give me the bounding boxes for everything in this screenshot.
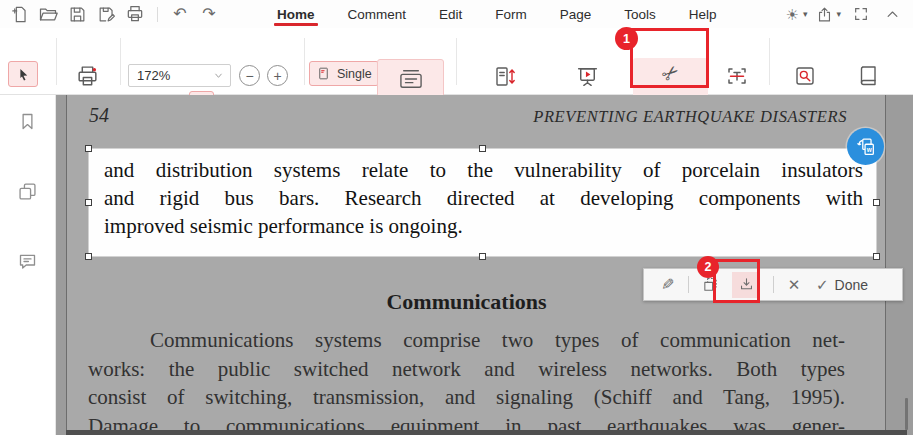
menu-tabs: Home Comment Edit Form Page Tools Help [274, 0, 720, 28]
save-icon[interactable] [66, 3, 88, 25]
slide-show-icon [575, 64, 600, 89]
tab-home[interactable]: Home [274, 0, 318, 28]
zoom-out-button[interactable]: − [239, 65, 260, 86]
zoom-in-button[interactable]: + [267, 65, 288, 86]
divider [769, 38, 770, 85]
save-as-icon[interactable] [95, 3, 117, 25]
new-file-icon[interactable] [8, 3, 30, 25]
page-bottom-edge [66, 430, 907, 435]
menubar-right-controls: ☀ ▾ ▾ [785, 0, 903, 28]
tab-edit[interactable]: Edit [436, 0, 465, 28]
open-file-icon[interactable] [37, 3, 59, 25]
continuous-icon [396, 68, 426, 90]
redo-icon[interactable]: ↷ [198, 3, 220, 25]
selection-handle-bottom-middle[interactable] [479, 253, 486, 260]
selection-handle-bottom-left[interactable] [85, 253, 92, 260]
pages-panel-icon[interactable] [17, 181, 38, 202]
divider [688, 276, 689, 293]
convert-document-icon: w [855, 136, 877, 158]
tab-help[interactable]: Help [686, 0, 720, 28]
screenshot-selection-area[interactable]: and distribution systems relate to the v… [88, 148, 877, 257]
selected-text: and distribution systems relate to the v… [104, 156, 863, 240]
fullscreen-icon[interactable] [850, 3, 872, 25]
selection-handle-middle-right[interactable] [873, 199, 880, 206]
tab-page[interactable]: Page [557, 0, 595, 28]
divider [157, 7, 158, 22]
bookmarks-panel-icon[interactable] [17, 111, 38, 132]
done-label: Done [835, 277, 868, 293]
page-number: 54 [89, 104, 109, 127]
caret-down-icon: ▾ [803, 10, 808, 19]
single-page-view-button[interactable]: Single [309, 61, 379, 86]
pdf-reader-window: ↶ ↷ Home Comment Edit Form Page Tools He… [0, 0, 913, 435]
tab-tools[interactable]: Tools [621, 0, 659, 28]
zoom-level-select[interactable]: 172% [128, 64, 231, 87]
tab-form[interactable]: Form [492, 0, 530, 28]
divider [773, 276, 774, 293]
chevron-down-icon [213, 70, 230, 81]
check-icon: ✓ [816, 276, 829, 294]
tab-comment[interactable]: Comment [345, 0, 410, 28]
done-button[interactable]: ✓ Done [816, 276, 868, 294]
annotation-badge-1: 1 [615, 27, 638, 50]
document-body: 54 PREVENTING EARTHQUAKE DISASTERS and d… [0, 95, 913, 435]
find-icon [793, 64, 817, 88]
running-header: PREVENTING EARTHQUAKE DISASTERS [533, 107, 847, 127]
divider [56, 38, 57, 85]
caret-down-icon: ▾ [836, 10, 841, 19]
theme-icon[interactable]: ☀ ▾ [785, 3, 807, 25]
comments-panel-icon[interactable] [17, 251, 38, 272]
navigation-sidebar [0, 95, 56, 435]
edit-annotation-icon[interactable]: ✎ [658, 277, 678, 293]
convert-to-word-fab[interactable]: w [847, 128, 884, 165]
print-quick-icon[interactable] [124, 3, 146, 25]
undo-icon[interactable]: ↶ [169, 3, 191, 25]
svg-text:w: w [865, 145, 871, 152]
select-tool-button[interactable] [8, 61, 38, 87]
print-icon [75, 64, 100, 89]
menu-bar: ↶ ↷ Home Comment Edit Form Page Tools He… [0, 0, 913, 28]
divider [304, 38, 305, 85]
collapse-ribbon-icon[interactable] [881, 3, 903, 25]
divider [120, 38, 121, 85]
document-paragraph: Communications systems comprise two type… [88, 326, 845, 435]
user-guide-icon [856, 64, 880, 88]
cancel-snapshot-icon[interactable]: ✕ [784, 276, 804, 294]
vertical-scrollbar[interactable] [905, 398, 908, 430]
selection-handle-bottom-right[interactable] [873, 253, 880, 260]
divider [456, 38, 457, 85]
quick-access-toolbar: ↶ ↷ [8, 0, 220, 28]
share-icon[interactable]: ▾ [816, 3, 841, 25]
annotation-badge-2: 2 [697, 256, 719, 278]
auto-scroll-icon [493, 64, 517, 89]
ocr-icon [725, 64, 749, 88]
annotation-rect-save [713, 259, 760, 303]
document-viewer[interactable]: 54 PREVENTING EARTHQUAKE DISASTERS and d… [56, 95, 913, 435]
selection-handle-top-left[interactable] [85, 145, 92, 152]
ribbon-toolbar: Print 172% − + 1:1 ↻ ↺ Single [0, 28, 913, 95]
selection-handle-top-middle[interactable] [479, 145, 486, 152]
zoom-level-value: 172% [129, 68, 213, 83]
single-label: Single [337, 67, 372, 81]
snapshot-toolbar: ✎ ✕ ✓ Done [643, 268, 903, 301]
single-page-icon [316, 65, 331, 82]
annotation-rect-screenshot [630, 28, 709, 88]
selection-handle-middle-left[interactable] [85, 199, 92, 206]
